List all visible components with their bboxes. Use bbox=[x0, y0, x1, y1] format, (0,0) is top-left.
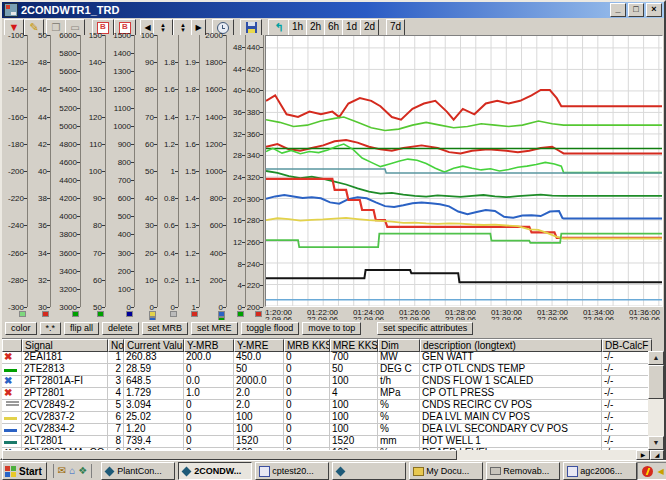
pen-status-cell[interactable] bbox=[2, 364, 22, 375]
y-axis-line-8[interactable] bbox=[199, 35, 200, 307]
action-button-delete[interactable]: delete bbox=[102, 322, 139, 335]
zoom-y-spinner-1[interactable]: ▲▼ bbox=[153, 19, 173, 36]
pen-hidden-icon[interactable]: ✖ bbox=[4, 376, 12, 386]
action-button-set-mrb[interactable]: set MRB bbox=[142, 322, 189, 335]
exit-up-button[interactable]: ↰ bbox=[268, 19, 290, 36]
task-button-blank[interactable] bbox=[332, 462, 406, 480]
time-range-button-1h[interactable]: 1h bbox=[288, 19, 307, 36]
pen-status-cell[interactable] bbox=[2, 400, 22, 411]
time-range-button-1d[interactable]: 1d bbox=[342, 19, 361, 36]
horizontal-scroll-thumb[interactable] bbox=[2, 450, 457, 460]
pen-status-cell[interactable]: ✖ bbox=[2, 376, 22, 387]
table-row-2LT2801[interactable]: 2LT28018739.40152001520mmHOT WELL 1-/- bbox=[2, 436, 652, 448]
pen-line-icon[interactable] bbox=[4, 417, 17, 420]
column-header-MRE KKS[interactable]: MRE KKS bbox=[330, 339, 378, 352]
trend-plot[interactable] bbox=[266, 36, 662, 306]
maximize-button[interactable]: □ bbox=[628, 3, 644, 17]
vertical-scroll-thumb[interactable] bbox=[648, 365, 664, 399]
action-button-toggle-flood[interactable]: toggle flood bbox=[241, 322, 300, 335]
pen-color-marker[interactable] bbox=[191, 311, 198, 317]
table-row-2CV2834-2[interactable]: 2CV2834-271.2001000100%DEA LVL SECONDARY… bbox=[2, 424, 652, 436]
pen-status-cell[interactable]: ✖ bbox=[2, 388, 22, 399]
y-axis-line-4[interactable] bbox=[105, 35, 106, 307]
column-header-No[interactable]: No bbox=[108, 339, 124, 352]
scroll-up-icon[interactable]: ▲ bbox=[648, 351, 664, 365]
show-desktop-icon[interactable]: ⌂ bbox=[69, 466, 75, 476]
volume-icon[interactable]: ◀ bbox=[655, 466, 666, 477]
save-button[interactable] bbox=[240, 19, 262, 36]
column-header-DB-CalcF[interactable]: DB-CalcF bbox=[602, 339, 652, 352]
table-row-2PT2801[interactable]: ✖2PT280141.7291.02.004MPaCP OTL PRESS-/- bbox=[2, 388, 652, 400]
y-axis-line-11[interactable] bbox=[263, 35, 264, 307]
column-header-Y-MRB[interactable]: Y-MRB bbox=[184, 339, 234, 352]
pen-color-marker[interactable] bbox=[126, 311, 133, 317]
pen-line-icon[interactable] bbox=[4, 369, 17, 372]
y-axis-line-2[interactable] bbox=[50, 35, 51, 307]
pen-color-marker[interactable] bbox=[237, 311, 244, 317]
pen-status-cell[interactable] bbox=[2, 412, 22, 423]
pen-color-marker[interactable] bbox=[42, 311, 49, 317]
column-header-description (longtext)[interactable]: description (longtext) bbox=[420, 339, 602, 352]
table-row-2FT2801A-FI[interactable]: ✖2FT2801A-FI3648.50.02000.00100t/hCNDS F… bbox=[2, 376, 652, 388]
action-button-color[interactable]: color bbox=[5, 322, 37, 335]
task-button-2CONDW...[interactable]: 2CONDW... bbox=[178, 462, 252, 480]
task-button-agc2006...[interactable]: agc2006... bbox=[563, 462, 637, 480]
column-header-Y-MRE[interactable]: Y-MRE bbox=[234, 339, 284, 352]
time-range-button-6h[interactable]: 6h bbox=[324, 19, 343, 36]
pen-color-marker[interactable] bbox=[255, 311, 262, 317]
table-row-2EAI181[interactable]: ✖2EAI1811260.83200.0450.00700MWGEN WATT-… bbox=[2, 352, 652, 364]
task-button-My Docu...[interactable]: My Docu... bbox=[409, 462, 483, 480]
action-button-flip-all[interactable]: flip all bbox=[64, 322, 99, 335]
column-header-Dim[interactable]: Dim bbox=[378, 339, 420, 352]
zoom-y-spinner-2[interactable]: ▲▼ bbox=[173, 19, 193, 36]
y-axis-line-1[interactable] bbox=[27, 35, 28, 307]
minimize-button[interactable]: _ bbox=[610, 3, 626, 17]
y-axis-line-5[interactable] bbox=[134, 35, 135, 307]
scroll-right-icon[interactable]: ▶ bbox=[636, 450, 650, 460]
column-header-MRB KKS[interactable]: MRB KKS bbox=[284, 339, 330, 352]
task-button-PlantCon...[interactable]: PlantCon... bbox=[101, 462, 175, 480]
pen-hidden-icon[interactable]: ✖ bbox=[4, 388, 12, 398]
scroll-right-button[interactable]: ▶ bbox=[191, 19, 206, 36]
table-vertical-scrollbar[interactable]: ▲ ▼ bbox=[648, 351, 664, 450]
title-bar[interactable]: 2CONDWTR1_TRD _ □ × bbox=[2, 2, 664, 18]
column-header-Current Value[interactable]: Current Value bbox=[124, 339, 184, 352]
pen-status-cell[interactable] bbox=[2, 424, 22, 435]
pen-color-marker[interactable] bbox=[72, 311, 79, 317]
action-button-move-to-top[interactable]: move to top bbox=[302, 322, 361, 335]
column-header-Signal[interactable]: Signal bbox=[22, 339, 108, 352]
task-button-cptest20...[interactable]: cptest20... bbox=[255, 462, 329, 480]
close-button[interactable]: × bbox=[646, 3, 662, 17]
pen-line-icon[interactable] bbox=[6, 401, 19, 403]
task-button-Removab...[interactable]: Removab... bbox=[486, 462, 560, 480]
y-axis-line-6[interactable] bbox=[157, 35, 158, 307]
pen-line-icon[interactable] bbox=[6, 404, 19, 406]
mail-icon[interactable]: ✉ bbox=[58, 466, 66, 476]
table-row-2CV2837-2[interactable]: 2CV2837-2625.0201000100%DEA LVL MAIN CV … bbox=[2, 412, 652, 424]
pen-status-cell[interactable] bbox=[2, 436, 22, 447]
y-axis-line-9[interactable] bbox=[226, 35, 227, 307]
action-button-set-mre[interactable]: set MRE bbox=[191, 322, 238, 335]
pen-color-marker[interactable] bbox=[170, 311, 177, 317]
resize-gripper[interactable]: ◢ bbox=[650, 450, 664, 460]
time-range-button-2h[interactable]: 2h bbox=[306, 19, 325, 36]
table-horizontal-scrollbar[interactable]: ▶ ◢ bbox=[2, 450, 664, 460]
start-button[interactable]: Start bbox=[2, 462, 47, 480]
action-button--[interactable]: *.* bbox=[40, 322, 62, 335]
table-row-2TE2813[interactable]: 2TE2813228.59050050DEG CCTP OTL CNDS TEM… bbox=[2, 364, 652, 376]
time-range-button-7d[interactable]: 7d bbox=[386, 19, 405, 36]
pen-color-marker[interactable] bbox=[97, 311, 104, 317]
pen-line-icon[interactable] bbox=[4, 429, 17, 432]
y-axis-line-7[interactable] bbox=[178, 35, 179, 307]
pen-line-icon[interactable] bbox=[4, 441, 17, 444]
pen-hidden-icon[interactable]: ✖ bbox=[4, 352, 12, 362]
pen-status-cell[interactable]: ✖ bbox=[2, 352, 22, 363]
time-range-button-2d[interactable]: 2d bbox=[360, 19, 379, 36]
column-header-icon[interactable] bbox=[2, 339, 22, 352]
launcher-icon[interactable]: ❖ bbox=[78, 466, 87, 476]
pen-color-marker[interactable] bbox=[19, 311, 26, 317]
action-button-set-specific-attributes[interactable]: set specific attributes bbox=[377, 322, 473, 335]
scroll-down-icon[interactable]: ▼ bbox=[648, 436, 664, 450]
trend-chart[interactable] bbox=[265, 35, 663, 307]
table-row-2CV2849-2[interactable]: 2CV2849-253.09402.00100%CNDS RECIRC CV P… bbox=[2, 400, 652, 412]
